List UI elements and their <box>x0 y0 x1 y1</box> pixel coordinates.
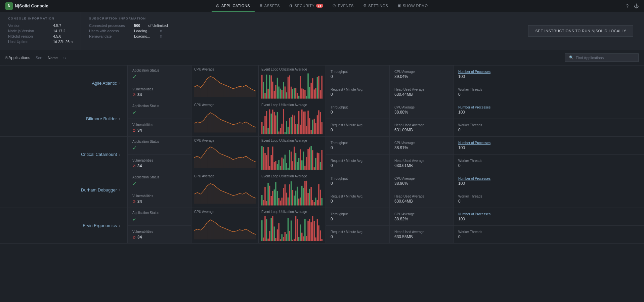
cpu-avg-value: 38.91% <box>394 145 448 150</box>
heap-value: 630.61MB <box>394 163 448 168</box>
nav-settings-label: SETTINGS <box>368 4 388 8</box>
nav-assets[interactable]: ⊞ ASSETS <box>255 0 285 12</box>
svg-rect-117 <box>318 110 319 134</box>
svg-rect-24 <box>267 89 269 99</box>
svg-rect-223 <box>297 187 298 206</box>
cpu-chart-col: CPU Average <box>191 66 259 101</box>
svg-rect-298 <box>320 230 321 241</box>
process-label[interactable]: Number of Processes <box>458 105 639 109</box>
info-bar: CONSOLE INFORMATION Version 4.5.7 Node.j… <box>0 12 644 50</box>
sort-arrows[interactable]: ↑↓ <box>63 56 67 59</box>
nodejs-label: Node.js Version <box>8 29 45 33</box>
uptime-label: Host Uptime <box>8 40 45 44</box>
process-value: 100 <box>458 145 639 150</box>
svg-rect-159 <box>291 152 292 170</box>
svg-rect-40 <box>292 89 294 98</box>
throughput-label: Throughput <box>331 141 385 145</box>
svg-rect-50 <box>307 73 309 98</box>
nav-applications[interactable]: ◎ APPLICATIONS <box>211 0 255 12</box>
rpm-label: Request / Minute Avg. <box>331 123 385 127</box>
nav-events[interactable]: ◷ EVENTS <box>328 0 358 12</box>
nav-events-label: EVENTS <box>338 4 354 8</box>
cpu-chart-area <box>194 179 256 206</box>
process-label[interactable]: Number of Processes <box>458 141 639 145</box>
svg-rect-103 <box>297 124 298 134</box>
event-chart-label: Event Loop Utilization Average <box>261 210 323 214</box>
event-chart-area <box>261 179 323 206</box>
sort-value[interactable]: Name <box>48 56 57 60</box>
svg-rect-92 <box>280 128 281 134</box>
app-name-link[interactable]: Agile Atlantic › <box>92 81 120 86</box>
svg-rect-217 <box>288 198 289 206</box>
throughput-value: 0 <box>331 145 385 150</box>
process-label[interactable]: Number of Processes <box>458 177 639 180</box>
svg-rect-80 <box>261 122 263 134</box>
svg-rect-163 <box>297 162 298 170</box>
table-row: Biltmore Builder › Application Status ✓ … <box>0 101 644 137</box>
svg-rect-281 <box>294 239 295 241</box>
svg-rect-267 <box>272 216 273 241</box>
table-row: Agile Atlantic › Application Status ✓ Vu… <box>0 66 644 101</box>
svg-rect-216 <box>286 192 287 205</box>
vuln-cell: Vulnerabilities ⊘ 34 <box>128 155 191 172</box>
help-icon[interactable]: ? <box>626 3 629 9</box>
svg-rect-299 <box>321 239 323 241</box>
cpu-avg-col: CPU Average 39.04% Heap Used Average 630… <box>390 66 454 101</box>
app-name-link[interactable]: Biltmore Builder › <box>86 116 120 121</box>
svg-rect-289 <box>306 236 307 241</box>
nav-security[interactable]: ◑ SECURITY 38 <box>285 0 328 12</box>
nav-settings[interactable]: ⚙ SETTINGS <box>358 0 393 12</box>
connected-processes-label: Connected processes <box>89 24 126 28</box>
svg-rect-82 <box>264 116 266 134</box>
svg-rect-174 <box>314 167 315 170</box>
heap-cell: Heap Used Average 630.44MB <box>390 83 453 101</box>
svg-rect-211 <box>278 198 280 205</box>
vuln-count: 34 <box>137 199 142 204</box>
heap-value: 630.84MB <box>394 199 448 204</box>
svg-rect-292 <box>310 222 312 241</box>
svg-rect-220 <box>292 190 294 205</box>
svg-rect-155 <box>285 155 286 170</box>
apps-count: 5 Applications <box>5 55 30 60</box>
vuln-label: Vulnerabilities <box>132 159 186 162</box>
app-name-link[interactable]: Critical Catamount › <box>81 152 120 157</box>
rpm-cell: Request / Minute Avg. 0 <box>326 155 389 172</box>
security-icon: ◑ <box>289 3 293 8</box>
chevron-right-icon: › <box>119 81 120 86</box>
rpm-cell: Request / Minute Avg. 0 <box>326 119 389 136</box>
event-chart-area <box>261 107 323 134</box>
settings-icon: ⚙ <box>363 3 367 8</box>
console-info-heading: CONSOLE INFORMATION <box>8 17 73 20</box>
svg-rect-36 <box>286 92 287 98</box>
power-icon[interactable]: ⏻ <box>634 3 639 9</box>
svg-rect-212 <box>280 201 281 206</box>
app-name-link[interactable]: Durham Debugger › <box>81 187 120 192</box>
vuln-count: 34 <box>137 235 142 240</box>
svg-rect-201 <box>263 200 264 206</box>
throughput-value: 0 <box>331 217 385 221</box>
throughput-cell: Throughput 0 <box>326 101 389 119</box>
thread-label: Worker Threads <box>458 230 639 234</box>
event-chart-label: Event Loop Utilization Average <box>261 103 323 107</box>
connected-processes-suffix: of Unlimited <box>148 24 168 28</box>
thread-value: 0 <box>458 234 639 239</box>
svg-rect-88 <box>274 112 275 134</box>
cpu-chart-cell: CPU Average <box>191 208 258 243</box>
app-name-link[interactable]: Ervin Ergonomics › <box>83 223 120 228</box>
event-chart-area <box>261 72 323 99</box>
cpu-avg-label: CPU Average <box>394 177 448 180</box>
app-name-col: Agile Atlantic › <box>0 66 128 101</box>
vuln-label: Vulnerabilities <box>132 87 186 91</box>
svg-rect-202 <box>264 187 266 205</box>
heap-label: Heap Used Average <box>394 123 448 127</box>
renewal-settings-icon: ⚙ <box>160 35 163 38</box>
process-label[interactable]: Number of Processes <box>458 212 639 216</box>
cta-button[interactable]: SEE INSTRUCTIONS TO RUN N|SOLID LOCALLY <box>528 25 633 37</box>
search-input[interactable] <box>576 56 634 60</box>
process-label[interactable]: Number of Processes <box>458 70 639 74</box>
cpu-chart-label: CPU Average <box>194 139 256 142</box>
svg-rect-276 <box>286 234 287 241</box>
nav-show-demo[interactable]: ▣ SHOW DEMO <box>393 0 432 12</box>
thread-cell: Worker Threads 0 <box>454 83 644 101</box>
svg-rect-175 <box>315 158 316 170</box>
